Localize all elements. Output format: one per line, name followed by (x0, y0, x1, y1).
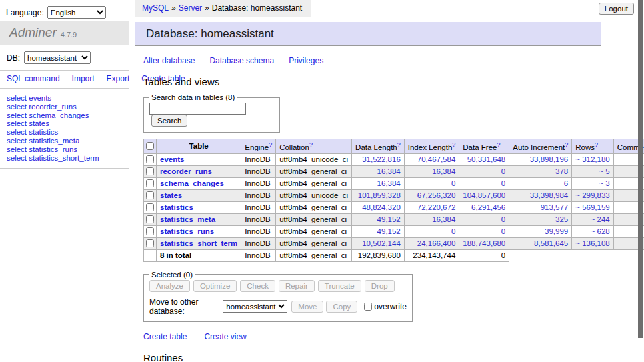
cell-data-length: 101,859,328 (352, 189, 405, 201)
move-button[interactable]: Move (291, 301, 323, 313)
help-icon[interactable]: ? (565, 141, 568, 148)
create-link-create-view[interactable]: Create view (204, 332, 246, 341)
table-link-events[interactable]: events (160, 155, 184, 163)
cell-data-length: 49,152 (352, 213, 405, 225)
truncate-button[interactable]: Truncate (318, 280, 361, 292)
cell-data-free: 0 (459, 177, 509, 189)
cell-index-length: 67,256,320 (404, 189, 459, 201)
row-checkbox-cell (144, 201, 157, 213)
cell-auto-increment: 8,581,645 (509, 237, 572, 249)
row-checkbox-states[interactable] (146, 191, 154, 199)
cell-engine: InnoDB (241, 177, 276, 189)
sidebar-select-statistics-short-term[interactable]: select statistics_short_term (7, 154, 129, 163)
help-icon[interactable]: ? (309, 141, 313, 148)
sidebar-link-import[interactable]: Import (72, 74, 95, 83)
page-title-band: Database: homeassistant (135, 22, 601, 46)
table-link-statistics[interactable]: statistics (160, 203, 193, 211)
sidebar-select-statistics-meta[interactable]: select statistics_meta (7, 137, 129, 145)
sidebar-link-export[interactable]: Export (107, 74, 130, 83)
cell-rows: ~ 3 (572, 177, 613, 189)
sidebar-divider (0, 168, 129, 169)
main-content: MySQL»Server»Database: homeassistant Dat… (129, 0, 644, 362)
breadcrumb-link-mysql[interactable]: MySQL (142, 3, 169, 13)
overwrite-checkbox[interactable] (364, 303, 372, 311)
row-checkbox-statistics-meta[interactable] (146, 215, 154, 223)
action-link-privileges[interactable]: Privileges (289, 56, 323, 65)
row-checkbox-statistics[interactable] (146, 203, 154, 211)
analyze-button[interactable]: Analyze (149, 280, 190, 292)
sidebar-select-schema-changes[interactable]: select schema_changes (7, 111, 129, 120)
help-icon[interactable]: ? (595, 141, 598, 148)
sidebar-select-states[interactable]: select states (7, 119, 129, 128)
cell-auto-increment: 913,577 (509, 201, 572, 213)
help-icon[interactable]: ? (269, 141, 272, 148)
column-header-index-length: Index Length? (404, 139, 459, 154)
action-link-alter-database[interactable]: Alter database (143, 56, 195, 65)
table-link-statistics-runs[interactable]: statistics_runs (160, 227, 214, 235)
cell-table-name: recorder_runs (157, 165, 241, 177)
table-link-statistics-short-term[interactable]: statistics_short_term (160, 239, 237, 247)
column-header-auto-increment: Auto Increment? (509, 139, 572, 154)
row-checkbox-statistics-short-term[interactable] (146, 239, 154, 247)
row-checkbox-cell (144, 213, 157, 225)
vertical-scrollbar[interactable] (638, 0, 643, 338)
search-button[interactable]: Search (151, 115, 187, 127)
sidebar-select-statistics-runs[interactable]: select statistics_runs (7, 145, 129, 154)
logout-button[interactable]: Logout (599, 3, 634, 15)
cell-data-length: 48,824,320 (352, 201, 405, 213)
column-header-engine: Engine? (241, 139, 276, 154)
sidebar-command-links: SQL commandImportExportCreate table (0, 71, 129, 88)
cell-engine: InnoDB (241, 201, 276, 213)
help-icon[interactable]: ? (452, 141, 455, 148)
cell-auto-increment: 33,398,984 (509, 189, 572, 201)
sidebar-select-events[interactable]: select events (7, 94, 129, 103)
sidebar-link-sql-command[interactable]: SQL command (7, 74, 60, 83)
help-icon[interactable]: ? (397, 141, 401, 148)
table-link-schema-changes[interactable]: schema_changes (160, 179, 224, 187)
sidebar-select-recorder-runs[interactable]: select recorder_runs (7, 103, 129, 111)
check-button[interactable]: Check (240, 280, 275, 292)
breadcrumb-link-server[interactable]: Server (179, 3, 202, 13)
optimize-button[interactable]: Optimize (193, 280, 237, 292)
routines-heading: Routines (143, 352, 644, 362)
cell-data-length: 31,522,816 (352, 153, 405, 165)
app-layout: Language: English Adminer 4.7.9 DB: home… (0, 0, 644, 362)
selected-legend: Selected (0) (149, 271, 195, 279)
repair-button[interactable]: Repair (279, 280, 315, 292)
help-icon[interactable]: ? (497, 141, 500, 148)
cell-rows: ~ 299,833 (572, 189, 613, 201)
row-checkbox-cell (144, 225, 157, 237)
cell-index-length: 0 (404, 177, 459, 189)
sidebar-select-statistics[interactable]: select statistics (7, 128, 129, 137)
row-checkbox-schema-changes[interactable] (146, 179, 154, 187)
search-input[interactable] (149, 103, 246, 115)
table-total-row: 8 in totalInnoDButf8mb4_general_ci192,83… (144, 249, 644, 261)
cell-data-length: 49,152 (352, 225, 405, 237)
row-checkbox-recorder-runs[interactable] (146, 167, 154, 175)
db-select[interactable]: homeassistant (24, 51, 91, 64)
breadcrumb-separator: » (205, 3, 209, 13)
move-db-select[interactable]: homeassistant (223, 300, 287, 313)
table-link-statistics-meta[interactable]: statistics_meta (160, 215, 215, 223)
breadcrumb-separator: » (171, 3, 176, 13)
table-row: recorder_runsInnoDButf8mb4_general_ci16,… (144, 165, 644, 177)
language-select[interactable]: English (47, 6, 106, 19)
select-all-cell (144, 139, 157, 154)
row-checkbox-cell (144, 153, 157, 165)
total-index-length: 234,143,744 (404, 249, 459, 261)
cell-index-length: 16,384 (404, 213, 459, 225)
action-link-database-schema[interactable]: Database schema (209, 56, 274, 65)
drop-button[interactable]: Drop (365, 280, 395, 292)
cell-collation: utf8mb4_general_ci (276, 201, 352, 213)
table-link-states[interactable]: states (160, 191, 182, 199)
table-header-row: TableEngine?Collation?Data Length?Index … (144, 139, 644, 154)
copy-button[interactable]: Copy (326, 301, 357, 313)
select-all-checkbox[interactable] (146, 142, 154, 150)
create-links: Create tableCreate view (143, 332, 644, 341)
breadcrumb: MySQL»Server»Database: homeassistant (135, 0, 311, 17)
total-empty-cell (144, 249, 157, 261)
table-link-recorder-runs[interactable]: recorder_runs (160, 167, 212, 175)
create-link-create-table[interactable]: Create table (143, 332, 187, 341)
row-checkbox-statistics-runs[interactable] (146, 227, 154, 235)
row-checkbox-events[interactable] (146, 155, 154, 163)
